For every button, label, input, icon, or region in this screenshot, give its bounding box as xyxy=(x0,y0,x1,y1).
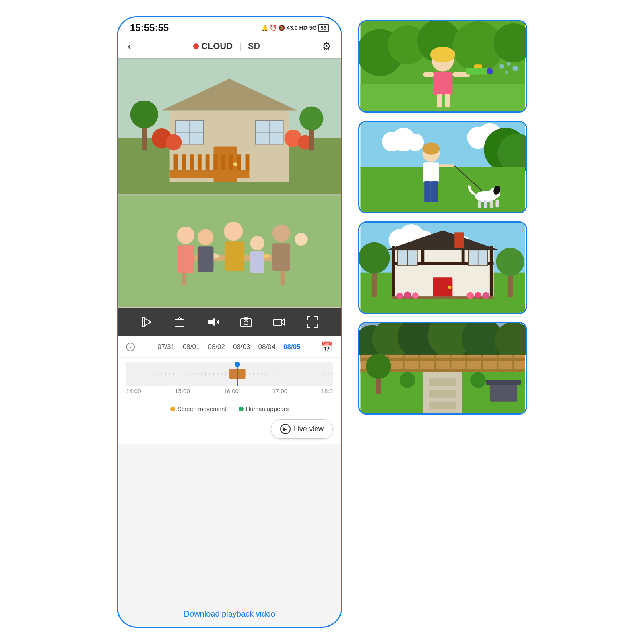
svg-point-191 xyxy=(359,242,390,274)
svg-rect-128 xyxy=(423,72,434,77)
svg-point-141 xyxy=(407,134,424,151)
svg-rect-22 xyxy=(246,154,250,170)
svg-rect-159 xyxy=(490,200,493,208)
scrubber-track[interactable] xyxy=(126,362,333,386)
svg-rect-129 xyxy=(466,68,488,75)
human-appears-dot xyxy=(239,407,244,411)
cloud-alert-dot xyxy=(193,43,199,49)
svg-point-132 xyxy=(499,64,504,69)
svg-rect-17 xyxy=(206,154,210,170)
svg-rect-16 xyxy=(198,154,202,170)
svg-point-134 xyxy=(512,66,518,71)
record-button[interactable] xyxy=(270,313,288,331)
house-exterior-scene xyxy=(118,58,341,195)
svg-point-184 xyxy=(396,293,403,299)
sd-tab[interactable]: SD xyxy=(248,41,260,52)
svg-point-116 xyxy=(235,362,240,367)
svg-rect-49 xyxy=(118,196,341,307)
back-button[interactable]: ‹ xyxy=(128,40,131,53)
alarm-icon: ⏰ xyxy=(270,25,277,31)
thumbnail-4[interactable] xyxy=(358,322,527,415)
date-0731[interactable]: 07/31 xyxy=(154,341,178,353)
thumbnail-1[interactable] xyxy=(358,20,527,113)
video-bottom xyxy=(118,195,341,308)
svg-rect-136 xyxy=(437,94,442,107)
share-button[interactable] xyxy=(171,313,188,331)
svg-point-223 xyxy=(366,354,391,379)
svg-point-182 xyxy=(448,286,452,289)
screen-movement-dot xyxy=(170,407,175,411)
mute-icon: 🔕 xyxy=(278,25,285,31)
play-button[interactable] xyxy=(138,313,155,331)
svg-rect-168 xyxy=(392,246,395,297)
date-0803[interactable]: 08/03 xyxy=(230,341,254,353)
backyard-garden-scene xyxy=(359,323,526,413)
svg-rect-174 xyxy=(454,232,464,248)
svg-rect-19 xyxy=(221,154,225,170)
screenshot-button[interactable] xyxy=(237,313,255,331)
svg-rect-219 xyxy=(429,402,456,409)
svg-point-224 xyxy=(400,372,415,388)
scrubber-area[interactable]: 14:00 15:00 16:00 17:00 18:0 xyxy=(118,358,341,402)
status-time: 15:55:55 xyxy=(130,22,169,33)
svg-rect-126 xyxy=(433,72,453,95)
cloud-tab[interactable]: CLOUD xyxy=(193,41,233,52)
svg-point-133 xyxy=(507,62,511,66)
status-icons: 🔔 ⏰ 🔕 43.0 HD 5G 55 xyxy=(261,24,329,32)
svg-marker-50 xyxy=(142,317,151,327)
nav-bar: ‹ CLOUD | SD ⚙ xyxy=(118,36,341,58)
timeline-section: ● 07/31 08/01 08/02 08/03 08/04 08/05 📅 xyxy=(118,336,341,444)
live-view-button[interactable]: ▶ Live view xyxy=(271,419,333,439)
signal-label: 5G xyxy=(309,25,317,31)
time-1700: 17:00 xyxy=(272,388,288,394)
svg-rect-217 xyxy=(429,378,456,386)
time-1600: 16:00 xyxy=(223,388,239,394)
status-bar: 15:55:55 🔔 ⏰ 🔕 43.0 HD 5G 55 xyxy=(118,17,341,36)
fullscreen-button[interactable] xyxy=(303,313,321,331)
battery-icon: 55 xyxy=(318,24,329,32)
live-view-label: Live view xyxy=(294,425,324,433)
svg-rect-59 xyxy=(274,319,282,326)
svg-point-185 xyxy=(404,291,411,299)
date-0801[interactable]: 08/01 xyxy=(180,341,203,353)
tudor-house-scene xyxy=(359,223,526,313)
svg-rect-20 xyxy=(229,154,233,170)
download-button[interactable]: Download playback video xyxy=(184,609,275,619)
date-0802[interactable]: 08/02 xyxy=(204,341,228,353)
svg-rect-56 xyxy=(241,319,251,327)
legend-bar: Screen movement Human appears xyxy=(118,402,341,415)
woman-dog-scene xyxy=(359,122,526,212)
screen-movement-label: Screen movement xyxy=(178,405,227,412)
tick-marks xyxy=(126,362,333,386)
svg-rect-220 xyxy=(490,382,517,402)
time-1800: 18:0 xyxy=(321,388,333,394)
svg-point-189 xyxy=(482,292,489,299)
svg-rect-160 xyxy=(495,200,499,207)
svg-point-5 xyxy=(233,162,237,166)
timeline-indicator: ● xyxy=(126,343,135,351)
download-bar: Download playback video xyxy=(118,601,341,627)
svg-rect-151 xyxy=(431,181,438,202)
thumbnail-2[interactable] xyxy=(358,121,527,213)
nav-tabs: CLOUD | SD xyxy=(193,41,260,52)
svg-point-188 xyxy=(475,292,481,298)
notification-icon: 🔔 xyxy=(261,25,268,31)
svg-rect-15 xyxy=(190,154,194,170)
svg-rect-18 xyxy=(213,154,217,170)
mute-button[interactable] xyxy=(204,313,222,331)
svg-point-24 xyxy=(166,134,182,151)
svg-rect-157 xyxy=(478,200,481,208)
screen-movement-legend: Screen movement xyxy=(170,405,227,412)
date-0805[interactable]: 08/05 xyxy=(280,341,304,353)
video-controls xyxy=(118,308,341,336)
human-appears-label: Human appears xyxy=(246,405,289,412)
settings-button[interactable]: ⚙ xyxy=(322,40,331,53)
calendar-button[interactable]: 📅 xyxy=(321,341,333,353)
thumbnail-3[interactable] xyxy=(358,221,527,314)
svg-point-30 xyxy=(299,107,323,130)
svg-rect-218 xyxy=(429,390,456,398)
svg-point-135 xyxy=(505,71,508,74)
live-view-area: ▶ Live view xyxy=(118,415,341,444)
svg-rect-146 xyxy=(360,167,525,212)
date-0804[interactable]: 08/04 xyxy=(255,341,279,353)
